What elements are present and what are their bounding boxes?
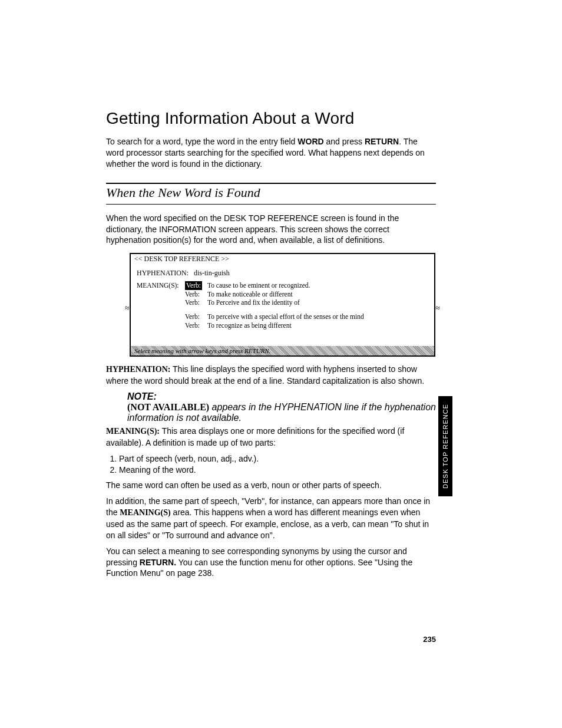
section-heading: When the New Word is Found [106,185,436,205]
meaning-row[interactable]: Verb: To make noticeable or different [137,290,428,298]
text-bold: WORD [297,137,323,146]
hyphenation-line: HYPHENATION: dis-tin-guish [137,269,428,278]
meaning-row[interactable]: Verb: To recognize as being different [137,321,428,330]
page-title: Getting Information About a Word [106,109,436,128]
meaning-row[interactable]: Verb: To Perceive and fix the identity o… [137,298,428,307]
text: To search for a word, type the word in t… [106,137,297,146]
meaning-text: To perceive with a special effort of the… [207,312,428,321]
found-paragraph: When the word specified on the DESK TOP … [106,213,436,246]
note-label: NOTE: [127,391,436,402]
definition-parts-list: Part of speech (verb, noun, adj., adv.).… [119,453,436,475]
select-meaning-paragraph: You can select a meaning to see correspo… [106,546,436,579]
horizontal-rule [106,183,436,184]
same-word-paragraph: The same word can often be used as a ver… [106,480,436,491]
text-bold: RETURN [365,137,399,146]
text: and press [324,137,365,146]
part-of-speech: Verb: [185,281,207,289]
term-label: HYPHENATION: [106,365,170,374]
scroll-mark-icon: ≈ [125,304,130,313]
part-of-speech: Verb: [185,321,207,330]
part-of-speech: Verb: [185,298,207,307]
intro-paragraph: To search for a word, type the word in t… [106,136,436,170]
hyphenation-value: dis-tin-guish [194,269,230,277]
meaning-row[interactable]: Verb: To perceive with a special effort … [137,312,428,321]
side-tab: DESK TOP REFERENCE [438,396,452,496]
meaning-text: To Perceive and fix the identity of [207,298,428,307]
hyphenation-description: HYPHENATION: This line displays the spec… [106,364,436,387]
note-block: NOTE: (NOT AVAILABLE) appears in the HYP… [127,391,436,423]
reference-screen: ≈ ≈ << DESK TOP REFERENCE >> HYPHENATION… [130,253,435,357]
meaning-row[interactable]: MEANING(S): Verb: To cause to be eminent… [137,281,428,289]
part-of-speech: Verb: [185,290,207,298]
term-label: MEANING(S) [120,508,170,517]
text-bold: RETURN. [140,558,176,567]
screen-footer: Select meaning with arrow keys and press… [131,346,434,355]
meanings-label: MEANING(S): [137,281,185,289]
hyphenation-label: HYPHENATION: [137,269,189,277]
term-label: MEANING(S): [106,427,160,436]
meaning-text: To make noticeable or different [207,290,428,298]
page-number: 235 [423,635,436,644]
list-item: Part of speech (verb, noun, adj., adv.). [119,453,436,464]
note-bold: (NOT AVAILABLE) [127,402,209,412]
meaning-text: To cause to be eminent or recognized. [207,281,428,289]
in-addition-paragraph: In addition, the same part of speech, "V… [106,496,436,541]
meanings-description: MEANING(S): This area displays one or mo… [106,426,436,449]
side-tab-label: DESK TOP REFERENCE [442,404,449,489]
list-item: Meaning of the word. [119,465,436,475]
screen-title-bar: << DESK TOP REFERENCE >> [131,254,434,265]
scroll-mark-icon: ≈ [435,304,440,313]
part-of-speech: Verb: [185,312,207,321]
meaning-text: To recognize as being different [207,321,428,330]
